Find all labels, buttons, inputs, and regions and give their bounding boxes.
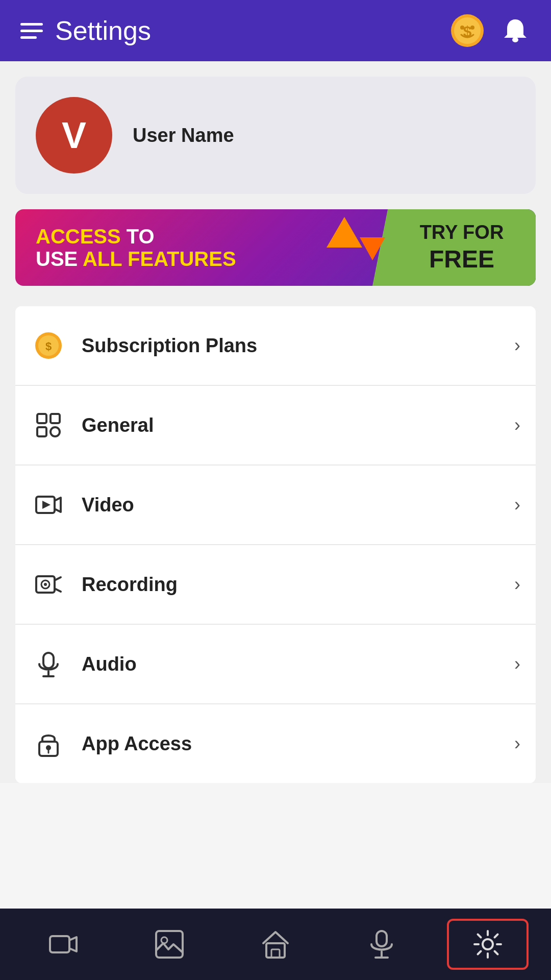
settings-item-video[interactable]: Video ›	[15, 465, 536, 545]
svg-rect-31	[266, 943, 285, 958]
nav-item-home[interactable]	[235, 919, 316, 970]
svg-point-12	[51, 427, 60, 436]
nav-item-mic[interactable]	[341, 919, 422, 970]
header-right: $	[450, 13, 531, 48]
lock-icon	[31, 726, 66, 762]
svg-rect-27	[50, 936, 69, 952]
banner-cta: TRY FORFREE	[372, 209, 536, 286]
crown-icon: $	[31, 328, 66, 363]
banner-cta-text: TRY FORFREE	[420, 221, 504, 274]
triangle-decoration-2	[360, 237, 385, 260]
settings-label-app-access: App Access	[82, 733, 514, 755]
avatar: V	[36, 97, 112, 174]
svg-point-3	[460, 26, 464, 30]
username: User Name	[133, 125, 234, 146]
settings-list: $ Subscription Plans › General ›	[15, 306, 536, 783]
svg-point-36	[483, 939, 493, 949]
recording-icon	[31, 567, 66, 602]
settings-label-subscription: Subscription Plans	[82, 335, 514, 357]
settings-item-general[interactable]: General ›	[15, 386, 536, 465]
svg-marker-28	[69, 937, 77, 951]
svg-rect-33	[377, 931, 387, 946]
bottom-nav	[0, 909, 551, 980]
settings-item-recording[interactable]: Recording ›	[15, 545, 536, 625]
main-content: V User Name ACCESS TO USE ALL FEATURES T…	[0, 61, 551, 783]
promo-banner[interactable]: ACCESS TO USE ALL FEATURES TRY FORFREE	[15, 209, 536, 286]
svg-point-4	[470, 26, 474, 30]
chevron-right-audio: ›	[514, 653, 520, 675]
chevron-right-general: ›	[514, 414, 520, 436]
svg-marker-15	[42, 501, 51, 509]
nav-item-video[interactable]	[22, 919, 104, 970]
grid-icon	[31, 407, 66, 443]
chevron-right-subscription: ›	[514, 335, 520, 356]
video-icon	[31, 487, 66, 523]
svg-point-5	[512, 37, 518, 42]
svg-rect-21	[43, 653, 54, 668]
chevron-right-recording: ›	[514, 574, 520, 595]
settings-label-general: General	[82, 414, 514, 436]
nav-item-gallery[interactable]	[129, 919, 210, 970]
triangle-decoration-1	[327, 217, 362, 248]
settings-label-recording: Recording	[82, 574, 514, 596]
mic-icon	[31, 646, 66, 682]
page-title: Settings	[55, 15, 151, 46]
nav-item-settings[interactable]	[447, 919, 529, 970]
header-left: Settings	[20, 15, 151, 46]
svg-point-18	[44, 583, 47, 586]
settings-item-subscription-plans[interactable]: $ Subscription Plans ›	[15, 306, 536, 386]
bell-icon[interactable]	[500, 15, 531, 46]
svg-rect-32	[271, 949, 280, 958]
settings-item-audio[interactable]: Audio ›	[15, 625, 536, 704]
hamburger-icon[interactable]	[20, 23, 43, 39]
settings-label-audio: Audio	[82, 653, 514, 675]
svg-text:$: $	[45, 340, 52, 353]
banner-text: ACCESS TO USE ALL FEATURES	[36, 225, 352, 270]
chevron-right-app-access: ›	[514, 733, 520, 754]
svg-rect-10	[51, 414, 60, 423]
header: Settings $	[0, 0, 551, 61]
svg-marker-14	[55, 498, 61, 512]
banner-left: ACCESS TO USE ALL FEATURES	[15, 215, 372, 280]
coin-icon[interactable]: $	[450, 13, 485, 48]
svg-point-30	[161, 937, 167, 943]
svg-rect-11	[37, 427, 46, 436]
profile-card[interactable]: V User Name	[15, 77, 536, 194]
svg-rect-29	[156, 931, 183, 958]
chevron-right-video: ›	[514, 494, 520, 516]
settings-item-app-access[interactable]: App Access ›	[15, 704, 536, 783]
svg-rect-9	[37, 414, 46, 423]
settings-label-video: Video	[82, 494, 514, 516]
